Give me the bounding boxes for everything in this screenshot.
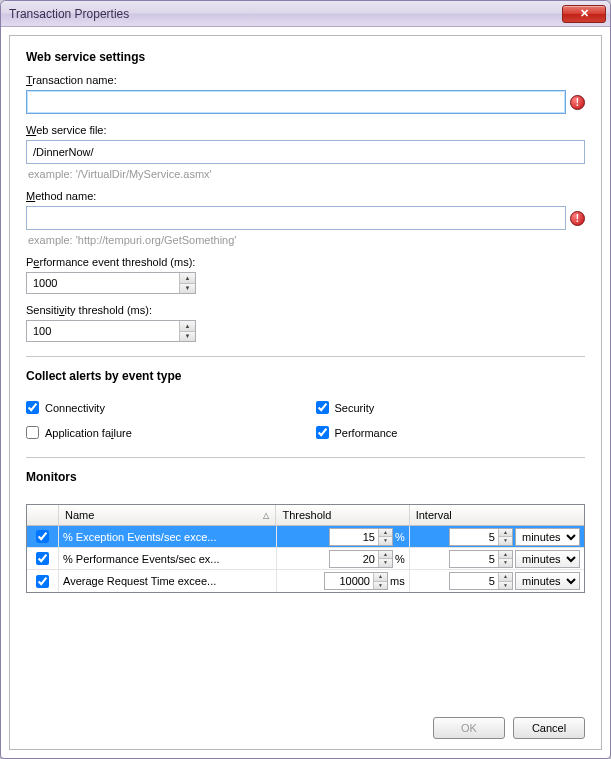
threshold-unit: ms (390, 575, 405, 587)
separator (26, 356, 585, 357)
spin-up-icon[interactable]: ▲ (180, 273, 195, 284)
label-web-service-file: Web service file: (26, 124, 585, 136)
spin-down-icon[interactable]: ▼ (499, 582, 512, 590)
method-name-input[interactable] (26, 206, 566, 230)
table-row[interactable]: % Performance Events/sec ex...▲▼%▲▼minut… (27, 548, 584, 570)
threshold-unit: % (395, 531, 405, 543)
row-name-cell: % Performance Events/sec ex... (59, 548, 277, 569)
dialog-window: Transaction Properties ✕ Web service set… (0, 0, 611, 759)
error-icon: ! (570, 95, 585, 110)
transaction-name-input[interactable] (26, 90, 566, 114)
row-interval-cell: ▲▼minutes (410, 526, 584, 547)
row-check-cell (27, 570, 59, 592)
row-name-cell: Average Request Time excee... (59, 570, 277, 592)
label-perf-threshold: Performance event threshold (ms): (26, 256, 585, 268)
checkbox-input[interactable] (26, 401, 39, 414)
header-name-label: Name (65, 509, 94, 521)
threshold-input[interactable] (330, 551, 378, 567)
checkbox-input[interactable] (316, 426, 329, 439)
row-check-cell (27, 526, 59, 547)
interval-spinner[interactable]: ▲▼ (449, 572, 513, 590)
row-checkbox[interactable] (36, 552, 49, 565)
spin-up-icon[interactable]: ▲ (499, 529, 512, 538)
spin-down-icon[interactable]: ▼ (379, 559, 392, 567)
interval-input[interactable] (450, 529, 498, 545)
row-threshold-cell: ▲▼% (277, 526, 409, 547)
spin-down-icon[interactable]: ▼ (180, 332, 195, 342)
error-icon: ! (570, 211, 585, 226)
table-row[interactable]: % Exception Events/sec exce...▲▼%▲▼minut… (27, 526, 584, 548)
row-check-cell (27, 548, 59, 569)
inner-panel: Web service settings Transaction name: !… (9, 35, 602, 750)
interval-unit-select[interactable]: minutes (515, 528, 580, 546)
row-checkbox[interactable] (36, 530, 49, 543)
checkbox-input[interactable] (316, 401, 329, 414)
row-threshold-cell: ▲▼ms (277, 570, 409, 592)
header-interval[interactable]: Interval (410, 505, 584, 525)
spin-down-icon[interactable]: ▼ (180, 284, 195, 294)
spin-down-icon[interactable]: ▼ (499, 559, 512, 567)
monitors-table: Name △ Threshold Interval % Exception Ev… (26, 504, 585, 593)
interval-spinner[interactable]: ▲▼ (449, 528, 513, 546)
threshold-input[interactable] (325, 573, 373, 589)
spin-down-icon[interactable]: ▼ (499, 537, 512, 545)
example-web-service-file: example: '/VirtualDir/MyService.asmx' (28, 168, 585, 180)
row-threshold-cell: ▲▼% (277, 548, 409, 569)
section-web-service: Web service settings (26, 50, 585, 64)
sensitivity-threshold-input[interactable] (27, 321, 179, 341)
checkbox-label: Security (335, 402, 375, 414)
threshold-spinner[interactable]: ▲▼ (329, 550, 393, 568)
button-bar: OK Cancel (26, 703, 585, 739)
spin-up-icon[interactable]: ▲ (379, 529, 392, 538)
checkbox-input[interactable] (26, 426, 39, 439)
spin-up-icon[interactable]: ▲ (499, 551, 512, 560)
interval-unit-select[interactable]: minutes (515, 572, 580, 590)
spin-up-icon[interactable]: ▲ (499, 573, 512, 582)
label-sensitivity-threshold: Sensitivity threshold (ms): (26, 304, 585, 316)
row-interval-cell: ▲▼minutes (410, 548, 584, 569)
checkbox-app-failure[interactable]: Application failure (26, 426, 296, 439)
checkbox-label: Performance (335, 427, 398, 439)
checkbox-connectivity[interactable]: Connectivity (26, 401, 296, 414)
threshold-unit: % (395, 553, 405, 565)
label-method-name: Method name: (26, 190, 585, 202)
row-name-cell: % Exception Events/sec exce... (59, 526, 277, 547)
threshold-spinner[interactable]: ▲▼ (324, 572, 388, 590)
table-row[interactable]: Average Request Time excee...▲▼ms▲▼minut… (27, 570, 584, 592)
header-threshold[interactable]: Threshold (276, 505, 409, 525)
separator (26, 457, 585, 458)
table-header: Name △ Threshold Interval (27, 505, 584, 526)
checkbox-security[interactable]: Security (316, 401, 586, 414)
cancel-button[interactable]: Cancel (513, 717, 585, 739)
interval-input[interactable] (450, 551, 498, 567)
sensitivity-threshold-spinner[interactable]: ▲ ▼ (26, 320, 196, 342)
checkbox-performance[interactable]: Performance (316, 426, 586, 439)
threshold-input[interactable] (330, 529, 378, 545)
web-service-file-input[interactable] (26, 140, 585, 164)
row-interval-cell: ▲▼minutes (410, 570, 584, 592)
spin-down-icon[interactable]: ▼ (374, 582, 387, 590)
spin-down-icon[interactable]: ▼ (379, 537, 392, 545)
header-check[interactable] (27, 505, 59, 525)
spin-up-icon[interactable]: ▲ (374, 573, 387, 582)
spin-up-icon[interactable]: ▲ (180, 321, 195, 332)
checkbox-label: Connectivity (45, 402, 105, 414)
perf-threshold-spinner[interactable]: ▲ ▼ (26, 272, 196, 294)
example-method-name: example: 'http://tempuri.org/GetSomethin… (28, 234, 585, 246)
close-button[interactable]: ✕ (562, 5, 606, 23)
interval-input[interactable] (450, 573, 498, 589)
spin-up-icon[interactable]: ▲ (379, 551, 392, 560)
ok-button[interactable]: OK (433, 717, 505, 739)
interval-unit-select[interactable]: minutes (515, 550, 580, 568)
threshold-spinner[interactable]: ▲▼ (329, 528, 393, 546)
titlebar[interactable]: Transaction Properties ✕ (1, 1, 610, 27)
perf-threshold-input[interactable] (27, 273, 179, 293)
sort-asc-icon: △ (263, 511, 269, 520)
label-transaction-name: Transaction name: (26, 74, 585, 86)
section-collect-alerts: Collect alerts by event type (26, 369, 585, 383)
client-area: Web service settings Transaction name: !… (1, 27, 610, 758)
row-checkbox[interactable] (36, 575, 49, 588)
interval-spinner[interactable]: ▲▼ (449, 550, 513, 568)
section-monitors: Monitors (26, 470, 585, 484)
header-name[interactable]: Name △ (59, 505, 276, 525)
